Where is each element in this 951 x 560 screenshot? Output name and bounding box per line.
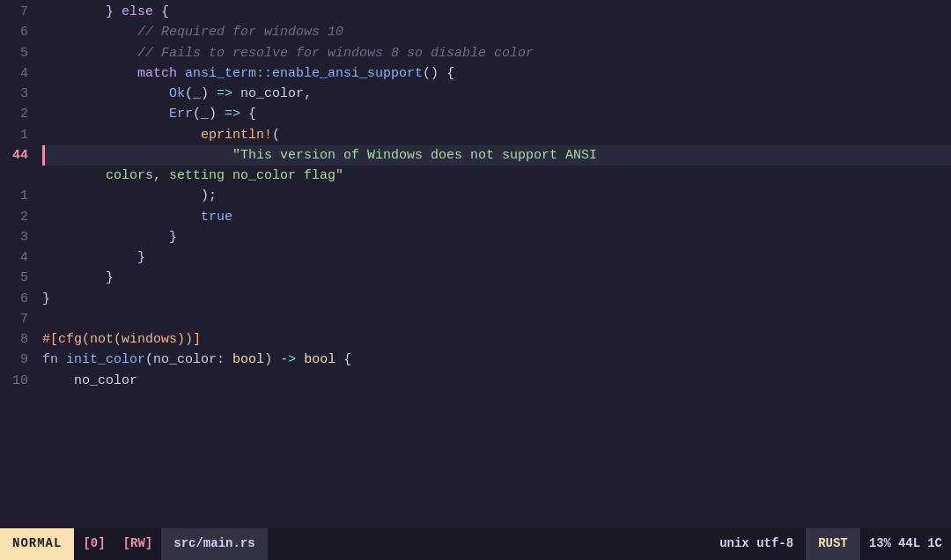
code-line-3: Ok(_) => no_color, bbox=[42, 84, 951, 104]
code-line-after-3: } bbox=[42, 227, 951, 247]
status-mode: NORMAL bbox=[0, 528, 74, 560]
ln-6: 6 bbox=[0, 22, 28, 42]
status-right: unix utf-8 RUST 13% 44L 1C bbox=[707, 528, 951, 560]
statusbar: NORMAL [0] [RW] src/main.rs unix utf-8 R… bbox=[0, 528, 951, 560]
buffer-label: [0] bbox=[83, 534, 105, 554]
ln-1: 1 bbox=[0, 125, 28, 145]
ln-4: 4 bbox=[0, 63, 28, 84]
code-line-after-5: } bbox=[42, 268, 951, 288]
code-line-after-7 bbox=[42, 309, 951, 329]
status-position: 13% 44L 1C bbox=[860, 528, 951, 560]
lines-label: 44L bbox=[898, 534, 920, 554]
ln-a10: 10 bbox=[0, 371, 28, 391]
code-line-2: Err(_) => { bbox=[42, 104, 951, 124]
line-numbers: 7 6 5 4 3 2 1 44 1 2 3 4 5 6 7 8 9 10 bbox=[0, 0, 35, 528]
ln-a5: 5 bbox=[0, 268, 28, 288]
status-permissions: [RW] bbox=[114, 528, 162, 560]
permissions-label: [RW] bbox=[123, 534, 153, 554]
code-line-6: // Required for windows 10 bbox=[42, 22, 951, 42]
code-area: 7 6 5 4 3 2 1 44 1 2 3 4 5 6 7 8 9 10 } … bbox=[0, 0, 951, 528]
lang-label: RUST bbox=[818, 534, 848, 554]
code-line-after-8: #[cfg(not(windows))] bbox=[42, 329, 951, 350]
ln-44: 44 bbox=[0, 145, 28, 166]
ln-a4: 4 bbox=[0, 247, 28, 268]
code-content[interactable]: } else { // Required for windows 10 // F… bbox=[35, 0, 951, 528]
status-filename: src/main.rs bbox=[161, 528, 267, 560]
code-line-wrap: colors, setting no_color flag" bbox=[42, 166, 951, 186]
code-line-5: // Fails to resolve for windows 8 so dis… bbox=[42, 43, 951, 63]
code-line-1: eprintln!( bbox=[42, 125, 951, 145]
code-line-4: match ansi_term::enable_ansi_support() { bbox=[42, 63, 951, 84]
ln-a7: 7 bbox=[0, 309, 28, 329]
ln-a9: 9 bbox=[0, 350, 28, 370]
status-encoding: unix utf-8 bbox=[707, 528, 806, 560]
ln-7: 7 bbox=[0, 2, 28, 22]
code-line-after-6: } bbox=[42, 289, 951, 309]
code-line-7: } else { bbox=[42, 2, 951, 22]
mode-label: NORMAL bbox=[12, 534, 62, 554]
ln-5: 5 bbox=[0, 43, 28, 63]
ln-a8: 8 bbox=[0, 329, 28, 350]
code-line-44: "This version of Windows does not suppor… bbox=[42, 145, 951, 166]
ln-a3: 3 bbox=[0, 227, 28, 247]
ln-a2: 2 bbox=[0, 207, 28, 227]
code-line-after-2: true bbox=[42, 207, 951, 227]
encoding-label: unix utf-8 bbox=[719, 534, 793, 554]
status-language: RUST bbox=[806, 528, 860, 560]
col-label: 1C bbox=[927, 534, 942, 554]
percent-label: 13% bbox=[869, 534, 891, 554]
status-buffer: [0] bbox=[74, 528, 114, 560]
ln-3: 3 bbox=[0, 84, 28, 104]
filename-label: src/main.rs bbox=[173, 534, 254, 554]
ln-wrap bbox=[0, 166, 28, 186]
ln-a1: 1 bbox=[0, 186, 28, 206]
code-line-after-4: } bbox=[42, 247, 951, 268]
ln-a6: 6 bbox=[0, 289, 28, 309]
code-line-after-1: ); bbox=[42, 186, 951, 206]
code-line-after-10: no_color bbox=[42, 371, 951, 391]
editor: 7 6 5 4 3 2 1 44 1 2 3 4 5 6 7 8 9 10 } … bbox=[0, 0, 951, 528]
code-line-after-9: fn init_color(no_color: bool) -> bool { bbox=[42, 350, 951, 370]
ln-2: 2 bbox=[0, 104, 28, 124]
